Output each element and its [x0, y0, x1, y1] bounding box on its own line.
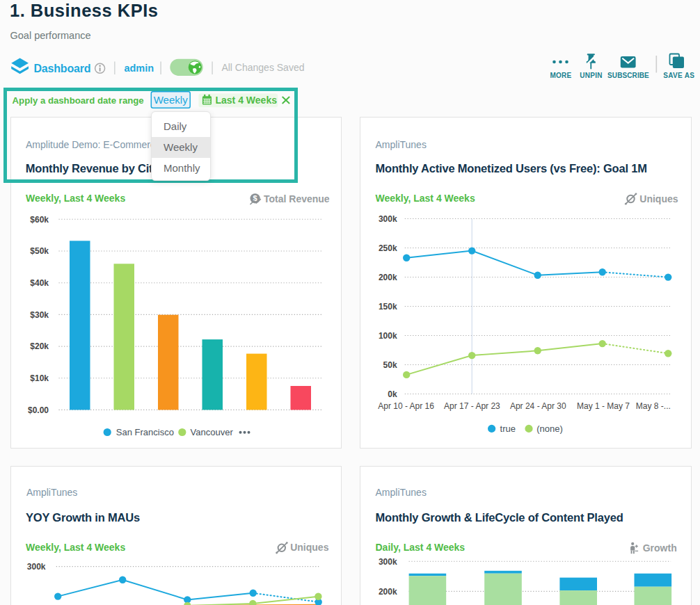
svg-text:SAVE AS: SAVE AS — [663, 72, 694, 79]
svg-text:50k: 50k — [383, 360, 397, 370]
svg-text:$40k: $40k — [30, 278, 49, 288]
svg-text:$0.00: $0.00 — [28, 405, 49, 415]
svg-text:Apr 10 - Apr 16: Apr 10 - Apr 16 — [378, 401, 434, 411]
svg-text:AmpliTunes: AmpliTunes — [26, 487, 77, 498]
svg-text:$50k: $50k — [30, 246, 49, 256]
svg-text:YOY Growth in MAUs: YOY Growth in MAUs — [26, 511, 140, 524]
svg-text:Weekly, Last 4 Weeks: Weekly, Last 4 Weeks — [26, 542, 125, 553]
svg-text:admin: admin — [124, 63, 154, 74]
svg-text:Apr 17 - Apr 23: Apr 17 - Apr 23 — [444, 401, 500, 411]
svg-text:Weekly, Last 4 Weeks: Weekly, Last 4 Weeks — [376, 193, 475, 204]
svg-text:Goal performance: Goal performance — [10, 30, 91, 41]
svg-text:300k: 300k — [379, 214, 397, 224]
svg-text:UNPIN: UNPIN — [580, 72, 603, 79]
svg-text:AmpliTunes: AmpliTunes — [376, 487, 427, 498]
svg-text:May 8 -...: May 8 -... — [636, 401, 671, 411]
svg-text:200k: 200k — [379, 587, 397, 597]
svg-text:May 1 - May 7: May 1 - May 7 — [577, 401, 630, 411]
svg-text:Uniques: Uniques — [639, 193, 678, 204]
svg-text:Uniques: Uniques — [290, 542, 328, 553]
svg-text:200k: 200k — [379, 273, 397, 282]
svg-text:San Francisco: San Francisco — [116, 427, 174, 437]
svg-text:MORE: MORE — [550, 72, 571, 79]
svg-text:true: true — [500, 424, 516, 434]
svg-text:(none): (none) — [536, 424, 563, 434]
svg-text:$30k: $30k — [30, 310, 49, 320]
svg-text:100k: 100k — [379, 331, 397, 341]
svg-text:All Changes Saved: All Changes Saved — [221, 62, 304, 73]
svg-text:250k: 250k — [379, 243, 397, 253]
svg-text:1. Business KPIs: 1. Business KPIs — [10, 1, 159, 20]
svg-text:SUBSCRIBE: SUBSCRIBE — [607, 72, 649, 79]
svg-text:Monthly Active Monetized Users: Monthly Active Monetized Users (vs Free)… — [376, 162, 647, 175]
svg-text:150k: 150k — [379, 302, 397, 312]
svg-text:Total Revenue: Total Revenue — [264, 193, 330, 204]
svg-text:300k: 300k — [379, 557, 397, 567]
svg-text:Monthly Growth & LifeCycle of: Monthly Growth & LifeCycle of Content Pl… — [376, 511, 623, 524]
svg-text:Dashboard: Dashboard — [34, 63, 91, 74]
svg-text:Growth: Growth — [643, 542, 677, 554]
svg-text:$60k: $60k — [30, 215, 49, 225]
svg-text:$10k: $10k — [30, 373, 49, 383]
svg-text:0k: 0k — [388, 389, 397, 399]
svg-text:Apr 24 - Apr 30: Apr 24 - Apr 30 — [510, 401, 566, 411]
svg-text:$20k: $20k — [30, 341, 49, 351]
svg-text:Weekly, Last 4 Weeks: Weekly, Last 4 Weeks — [26, 193, 125, 204]
svg-text:Vancouver: Vancouver — [191, 427, 234, 437]
svg-text:300k: 300k — [27, 562, 46, 572]
svg-text:Daily, Last 4 Weeks: Daily, Last 4 Weeks — [376, 542, 466, 553]
svg-text:AmpliTunes: AmpliTunes — [376, 139, 427, 150]
